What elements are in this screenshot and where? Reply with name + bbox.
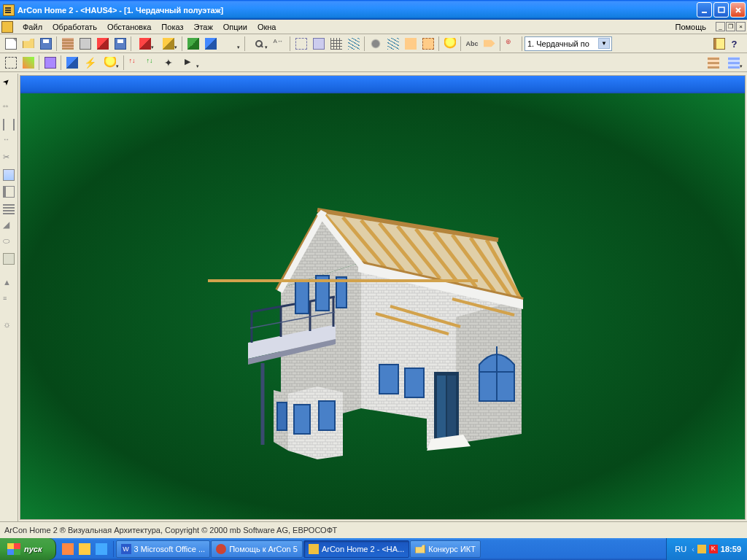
mark-button[interactable] bbox=[402, 36, 419, 52]
block-yellow-button[interactable] bbox=[157, 36, 179, 52]
floor-fill-button[interactable] bbox=[310, 36, 327, 52]
book-button[interactable] bbox=[711, 36, 727, 52]
menu-floor[interactable]: Этаж bbox=[188, 21, 217, 33]
align-tool[interactable]: ≡ bbox=[1, 292, 17, 308]
window-titlebar: ArCon Home 2 - <HAUS4> - [1. Чердачный п… bbox=[0, 0, 747, 20]
precision-button[interactable]: ⊕ bbox=[503, 36, 519, 52]
statusbar-text: ArCon Home 2 ® Визуальная Архитектура, C… bbox=[4, 526, 337, 534]
quick-launch bbox=[56, 541, 114, 557]
zoom-text-button[interactable]: A↔ bbox=[271, 36, 287, 52]
tray-icon-3[interactable]: K bbox=[709, 545, 718, 553]
windows-logo-icon bbox=[7, 543, 20, 555]
grid-button[interactable] bbox=[328, 36, 344, 52]
group-button[interactable] bbox=[42, 55, 58, 71]
context-help-button[interactable] bbox=[728, 36, 745, 52]
document-titlebar bbox=[20, 76, 745, 92]
column-tool[interactable]: ⬭ bbox=[1, 234, 17, 250]
app-icon bbox=[3, 4, 15, 16]
floor-tool[interactable] bbox=[1, 251, 17, 267]
svg-rect-25 bbox=[405, 368, 424, 397]
tray-icon-2[interactable] bbox=[697, 545, 706, 553]
ql-item-1[interactable] bbox=[61, 541, 75, 557]
block-red-button[interactable] bbox=[133, 36, 156, 52]
ql-item-2[interactable] bbox=[77, 541, 92, 557]
language-indicator[interactable]: RU bbox=[673, 544, 689, 554]
child-close-button[interactable]: × bbox=[736, 22, 746, 31]
window-tool[interactable] bbox=[1, 167, 17, 183]
catalog-button[interactable] bbox=[94, 36, 111, 52]
viewport-3d[interactable] bbox=[20, 92, 745, 519]
blocks-tool[interactable]: ▫▫ bbox=[1, 100, 17, 116]
layer-button[interactable] bbox=[705, 55, 721, 71]
light-off-button[interactable] bbox=[367, 36, 384, 52]
hatch2-button[interactable] bbox=[384, 36, 401, 52]
play-button[interactable]: ▶ bbox=[179, 55, 201, 71]
zoom-button[interactable] bbox=[247, 36, 270, 52]
render-mode-button[interactable] bbox=[220, 36, 242, 52]
text-abc-button[interactable] bbox=[463, 36, 480, 52]
new-button[interactable] bbox=[2, 36, 19, 52]
layer-drop-button[interactable] bbox=[722, 55, 745, 71]
svg-rect-0 bbox=[702, 12, 707, 13]
render-walk-button[interactable] bbox=[202, 36, 219, 52]
menu-furnish[interactable]: Обстановка bbox=[102, 21, 156, 33]
menu-file[interactable]: Файл bbox=[18, 21, 47, 33]
statusbar: ArCon Home 2 ® Визуальная Архитектура, C… bbox=[0, 521, 747, 538]
arrows-green-button[interactable]: ↑↓ bbox=[144, 55, 160, 71]
door-tool[interactable] bbox=[1, 184, 17, 200]
dims-tool[interactable]: ↔ bbox=[1, 133, 17, 149]
sun-tool[interactable]: ☼ bbox=[1, 317, 17, 333]
task-folder-label: Конкурс ИКТ bbox=[428, 545, 476, 553]
mirror-tool[interactable]: ▲ bbox=[1, 276, 17, 292]
render-green-button[interactable] bbox=[185, 36, 201, 52]
cut-tool[interactable]: ✂ bbox=[1, 150, 17, 166]
ql-item-3[interactable] bbox=[94, 541, 109, 557]
menu-view[interactable]: Показ bbox=[156, 21, 188, 33]
tag-button[interactable] bbox=[481, 36, 498, 52]
floor-selector[interactable]: 1. Чердачный по bbox=[525, 36, 612, 51]
close-button[interactable] bbox=[730, 2, 746, 18]
save-button[interactable] bbox=[37, 36, 54, 52]
menu-options[interactable]: Опции bbox=[218, 21, 252, 33]
tray-icon-1[interactable]: ‹ bbox=[692, 545, 694, 553]
child-restore-button[interactable]: ❐ bbox=[726, 22, 735, 31]
task-help-label: Помощь к ArCon 5 bbox=[229, 545, 298, 553]
minimize-button[interactable] bbox=[697, 2, 712, 18]
wall-tool[interactable] bbox=[1, 117, 17, 133]
pointer-tool[interactable] bbox=[1, 75, 17, 91]
clock[interactable]: 18:59 bbox=[721, 545, 741, 553]
direction-button[interactable] bbox=[161, 55, 178, 71]
svg-rect-1 bbox=[719, 7, 724, 12]
task-folder[interactable]: Конкурс ИКТ bbox=[410, 540, 481, 558]
floor-outline-button[interactable] bbox=[293, 36, 309, 52]
mark2-button[interactable] bbox=[419, 36, 436, 52]
svg-rect-21 bbox=[437, 376, 446, 438]
cube-view-button[interactable] bbox=[63, 55, 80, 71]
sun-button[interactable] bbox=[98, 55, 121, 71]
maximize-button[interactable] bbox=[713, 2, 729, 18]
print-button[interactable] bbox=[77, 36, 93, 52]
task-word-label: 3 Microsoft Office ... bbox=[134, 545, 206, 553]
menu-window[interactable]: Окна bbox=[252, 21, 282, 33]
task-arcon[interactable]: ArCon Home 2 - <HA... bbox=[303, 540, 409, 558]
light-on-button[interactable] bbox=[441, 36, 458, 52]
select-shapes-button[interactable] bbox=[20, 55, 36, 71]
app-icon-small bbox=[1, 21, 13, 33]
select-rect-button[interactable] bbox=[2, 55, 19, 71]
stairs-tool[interactable] bbox=[1, 201, 17, 217]
hatch-button[interactable] bbox=[345, 36, 362, 52]
svg-rect-31 bbox=[294, 405, 310, 434]
start-button[interactable]: пуск bbox=[0, 538, 56, 560]
task-word[interactable]: W 3 Microsoft Office ... bbox=[116, 540, 211, 558]
link-button[interactable] bbox=[59, 36, 76, 52]
save-image-button[interactable] bbox=[112, 36, 128, 52]
open-button[interactable] bbox=[20, 36, 36, 52]
roof-tool[interactable]: ◢ bbox=[1, 217, 17, 233]
lightning-button[interactable] bbox=[81, 55, 98, 71]
menu-help[interactable]: Помощь bbox=[670, 21, 712, 33]
toolbar-main: A↔ ⊕ 1. Чердачный по bbox=[0, 34, 747, 53]
menu-edit[interactable]: Обработать bbox=[47, 21, 102, 33]
task-help[interactable]: Помощь к ArCon 5 bbox=[211, 540, 303, 558]
child-minimize-button[interactable]: _ bbox=[716, 22, 725, 31]
arrows-red-button[interactable] bbox=[126, 55, 143, 71]
